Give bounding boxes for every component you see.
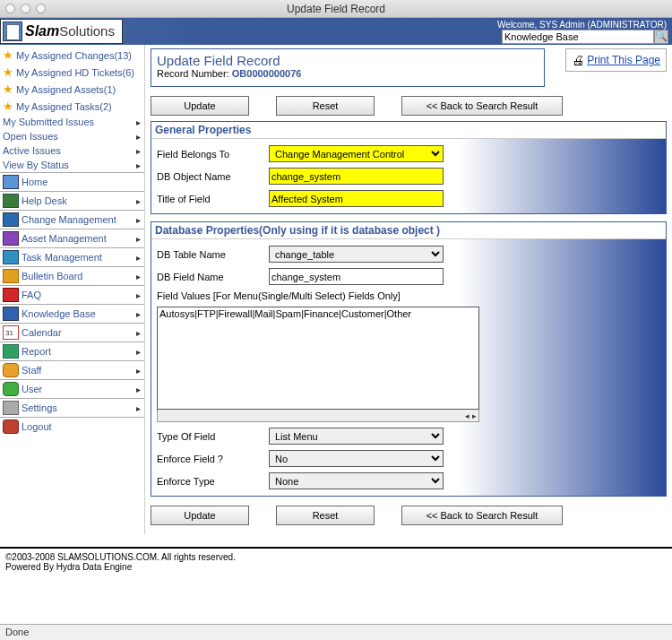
search-icon: 🔍 (655, 30, 668, 42)
status-bar: Done (0, 624, 672, 640)
sidebar-assigned-hd[interactable]: ★My Assigned HD Tickets(6) (0, 64, 144, 81)
textarea-scrollbar[interactable]: ◂ ▸ (157, 410, 479, 422)
sidebar-asset-mgmt[interactable]: Asset Management▸ (0, 229, 144, 247)
print-box: 🖨 Print This Page (565, 48, 667, 72)
sidebar-change-mgmt[interactable]: Change Management▸ (0, 210, 144, 229)
window-titlebar: Update Field Record (0, 0, 672, 18)
change-icon (3, 212, 19, 227)
sidebar-kb[interactable]: Knowledge Base▸ (0, 304, 144, 323)
title-label: Title of Field (157, 194, 269, 204)
sidebar-helpdesk[interactable]: Help Desk▸ (0, 191, 144, 210)
obj-input[interactable] (269, 168, 444, 185)
window-minimize-button[interactable] (21, 4, 30, 13)
general-header: General Properties (151, 122, 666, 139)
type-select[interactable]: List Menu (269, 428, 444, 445)
sidebar-user[interactable]: User▸ (0, 379, 144, 398)
sidebar-assigned-changes[interactable]: ★My Assigned Changes(13) (0, 47, 144, 64)
reset-button-bottom[interactable]: Reset (276, 506, 375, 525)
user-icon (3, 382, 19, 396)
window-zoom-button[interactable] (36, 4, 46, 13)
staff-icon (3, 363, 19, 377)
values-label: Field Values [For Menu(Single/Multi Sele… (157, 290, 401, 301)
search-input[interactable] (502, 30, 654, 44)
general-section: General Properties Field Belongs To Chan… (151, 121, 667, 214)
sidebar-open-issues[interactable]: Open Issues▸ (0, 129, 144, 143)
enforce-select[interactable]: No (269, 450, 444, 467)
faq-icon (3, 288, 19, 302)
field-input[interactable] (269, 268, 444, 285)
sidebar-bulletin[interactable]: Bulletin Board▸ (0, 266, 144, 285)
helpdesk-icon (3, 194, 19, 208)
chevron-right-icon: ▸ (136, 347, 141, 357)
sidebar-staff[interactable]: Staff▸ (0, 360, 144, 379)
etype-select[interactable]: None (269, 472, 444, 489)
enforce-label: Enforce Field ? (157, 454, 269, 464)
scroll-right-icon[interactable]: ▸ (472, 411, 477, 420)
star-icon: ★ (3, 65, 13, 79)
back-button-bottom[interactable]: << Back to Search Result (401, 506, 563, 525)
field-label: DB Field Name (157, 272, 269, 282)
button-row-top: Update Reset << Back to Search Result (151, 96, 667, 116)
sidebar-logout[interactable]: Logout (0, 417, 144, 436)
chevron-right-icon: ▸ (136, 160, 141, 170)
belongs-label: Field Belongs To (157, 149, 269, 160)
sidebar-report[interactable]: Report▸ (0, 342, 144, 360)
task-icon (3, 250, 19, 264)
sidebar-calendar[interactable]: Calendar▸ (0, 323, 144, 342)
logo-text-2: Solutions (59, 23, 115, 39)
copyright: ©2003-2008 SLAMSOLUTIONS.COM. All rights… (5, 552, 667, 562)
sidebar-assigned-tasks[interactable]: ★My Assigned Tasks(2) (0, 98, 144, 115)
update-button[interactable]: Update (151, 96, 249, 116)
chevron-right-icon: ▸ (136, 253, 141, 263)
search-button[interactable]: 🔍 (654, 30, 668, 44)
reset-button[interactable]: Reset (276, 96, 375, 116)
chevron-right-icon: ▸ (136, 117, 141, 127)
etype-label: Enforce Type (157, 476, 269, 487)
button-row-bottom: Update Reset << Back to Search Result (151, 506, 667, 525)
bulletin-icon (3, 269, 19, 283)
welcome-text: Welcome, SYS Admin (ADMINISTRATOR) (497, 20, 668, 30)
table-select[interactable]: change_table (269, 246, 444, 263)
window-close-button[interactable] (5, 4, 15, 13)
report-icon (3, 344, 19, 359)
sidebar: ★My Assigned Changes(13) ★My Assigned HD… (0, 45, 145, 534)
sidebar-submitted-issues[interactable]: My Submitted Issues▸ (0, 115, 144, 129)
star-icon: ★ (3, 99, 13, 113)
title-input[interactable] (269, 190, 444, 207)
record-label: Record Number: (157, 68, 232, 79)
print-link[interactable]: Print This Page (587, 54, 660, 66)
title-box: Update Field Record Record Number: OB000… (151, 48, 545, 87)
chevron-right-icon: ▸ (136, 290, 141, 300)
sidebar-home[interactable]: Home (0, 172, 144, 191)
window-title: Update Field Record (287, 3, 385, 15)
chevron-right-icon: ▸ (136, 215, 141, 225)
belongs-select[interactable]: Change Management Control (269, 145, 444, 162)
update-button-bottom[interactable]: Update (151, 506, 249, 525)
chevron-right-icon: ▸ (136, 234, 141, 244)
home-icon (3, 175, 19, 189)
chevron-right-icon: ▸ (136, 385, 141, 394)
back-button[interactable]: << Back to Search Result (401, 96, 563, 116)
scroll-left-icon[interactable]: ◂ (465, 411, 470, 420)
chevron-right-icon: ▸ (136, 366, 141, 376)
logo-icon (3, 22, 22, 41)
sidebar-settings[interactable]: Settings▸ (0, 398, 144, 417)
chevron-right-icon: ▸ (136, 272, 141, 281)
chevron-right-icon: ▸ (136, 403, 141, 413)
footer: ©2003-2008 SLAMSOLUTIONS.COM. All rights… (0, 547, 672, 575)
sidebar-active-issues[interactable]: Active Issues▸ (0, 143, 144, 158)
sidebar-view-by-status[interactable]: View By Status▸ (0, 158, 144, 172)
logo[interactable]: SlamSolutions (0, 19, 123, 44)
chevron-right-icon: ▸ (136, 328, 141, 338)
content-area: Update Field Record Record Number: OB000… (145, 45, 672, 534)
printer-icon: 🖨 (572, 53, 584, 67)
sidebar-assigned-assets[interactable]: ★My Assigned Assets(1) (0, 81, 144, 98)
obj-label: DB Object Name (157, 171, 269, 182)
sidebar-faq[interactable]: FAQ▸ (0, 285, 144, 304)
chevron-right-icon: ▸ (136, 132, 141, 142)
chevron-right-icon: ▸ (136, 309, 141, 319)
values-textarea[interactable]: Autosys|FTP|Firewall|Mail|Spam|Finance|C… (157, 307, 479, 410)
type-label: Type Of Field (157, 431, 269, 442)
db-section: Database Properties(Only using if it is … (151, 221, 667, 497)
sidebar-task-mgmt[interactable]: Task Management▸ (0, 247, 144, 266)
